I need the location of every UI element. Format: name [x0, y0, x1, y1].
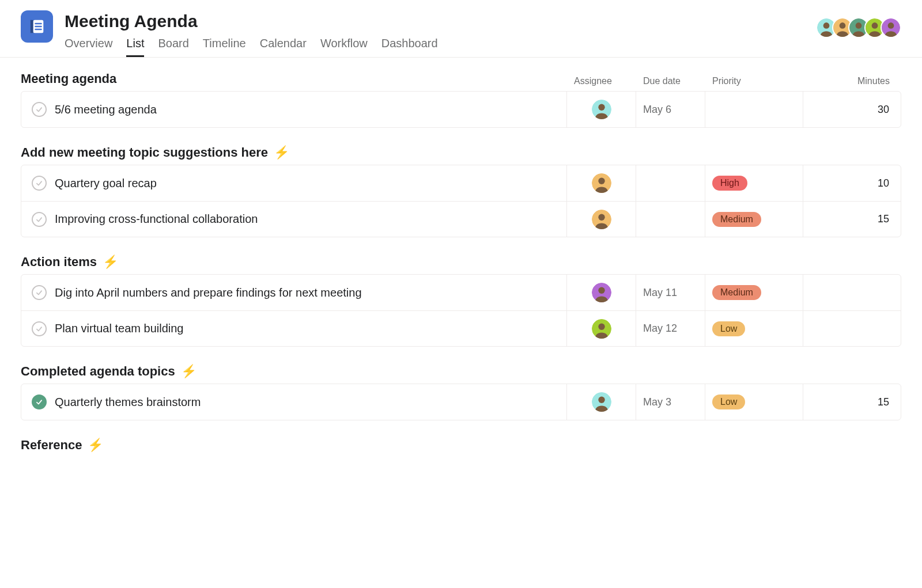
- complete-task-checkbox[interactable]: [32, 285, 47, 300]
- section-title-text: Meeting agenda: [21, 71, 116, 86]
- project-tabs: OverviewListBoardTimelineCalendarWorkflo…: [65, 33, 816, 57]
- tab-overview[interactable]: Overview: [65, 33, 112, 57]
- svg-point-27: [598, 397, 604, 403]
- complete-task-checkbox[interactable]: [32, 102, 47, 117]
- project-icon-list: [21, 10, 53, 43]
- priority-pill: High: [712, 176, 747, 191]
- svg-point-15: [888, 22, 894, 29]
- task-table: Dig into April numbers and prepare findi…: [21, 274, 901, 347]
- task-name[interactable]: Quarterly themes brainstorm: [55, 396, 201, 409]
- task-name[interactable]: Quartery goal recap: [55, 177, 157, 190]
- svg-point-13: [872, 22, 878, 29]
- assignee-cell[interactable]: [566, 311, 636, 346]
- task-name[interactable]: 5/6 meeting agenda: [55, 103, 157, 116]
- tab-timeline[interactable]: Timeline: [203, 33, 246, 57]
- minutes-cell[interactable]: 30: [803, 92, 901, 127]
- svg-point-11: [856, 22, 862, 29]
- collaborator-avatars[interactable]: [816, 17, 901, 38]
- section: Reference⚡: [21, 438, 901, 453]
- tab-list[interactable]: List: [126, 33, 144, 57]
- svg-point-9: [840, 22, 846, 29]
- tab-board[interactable]: Board: [158, 33, 188, 57]
- section: Meeting agendaAssigneeDue datePriorityMi…: [21, 71, 901, 128]
- collaborator-avatar[interactable]: [881, 17, 901, 38]
- assignee-cell[interactable]: [566, 202, 636, 237]
- svg-point-25: [598, 323, 604, 329]
- bolt-icon: ⚡: [274, 146, 289, 159]
- priority-cell[interactable]: [705, 92, 803, 127]
- section-title-text: Action items: [21, 255, 97, 270]
- section-title[interactable]: Action items⚡: [21, 255, 118, 270]
- section-title[interactable]: Add new meeting topic suggestions here⚡: [21, 145, 289, 160]
- assignee-avatar[interactable]: [592, 173, 611, 193]
- col-minutes[interactable]: Minutes: [803, 76, 901, 86]
- due-date-cell[interactable]: May 11: [636, 275, 705, 310]
- task-name[interactable]: Improving cross-functional collaboration: [55, 213, 258, 226]
- task-row[interactable]: 5/6 meeting agenda May 630: [21, 92, 901, 127]
- priority-cell[interactable]: Medium: [705, 275, 803, 310]
- task-row[interactable]: Quartery goal recap High10: [21, 165, 901, 201]
- minutes-cell[interactable]: [803, 275, 901, 310]
- minutes-cell[interactable]: 10: [803, 165, 901, 201]
- assignee-cell[interactable]: [566, 165, 636, 201]
- complete-task-checkbox[interactable]: [32, 212, 47, 227]
- due-date-cell[interactable]: [636, 202, 705, 237]
- task-table: Quartery goal recap High10 Improving cro…: [21, 165, 901, 237]
- section-title[interactable]: Reference⚡: [21, 438, 103, 453]
- assignee-cell[interactable]: [566, 384, 636, 420]
- task-row[interactable]: Plan virtual team building May 12Low: [21, 310, 901, 346]
- task-name[interactable]: Dig into April numbers and prepare findi…: [55, 286, 362, 299]
- minutes-cell[interactable]: [803, 311, 901, 346]
- project-header: Meeting Agenda OverviewListBoardTimeline…: [0, 0, 922, 58]
- minutes-cell[interactable]: 15: [803, 384, 901, 420]
- svg-point-19: [598, 178, 604, 184]
- tab-dashboard[interactable]: Dashboard: [381, 33, 438, 57]
- priority-cell[interactable]: High: [705, 165, 803, 201]
- bolt-icon: ⚡: [103, 256, 118, 268]
- task-row[interactable]: Improving cross-functional collaboration…: [21, 201, 901, 237]
- col-priority[interactable]: Priority: [705, 76, 803, 86]
- task-table: Quarterly themes brainstorm May 3Low15: [21, 384, 901, 420]
- priority-pill: Low: [712, 321, 745, 336]
- priority-pill: Medium: [712, 212, 761, 227]
- complete-task-checkbox[interactable]: [32, 176, 47, 191]
- task-row[interactable]: Dig into April numbers and prepare findi…: [21, 275, 901, 310]
- section-title-text: Completed agenda topics: [21, 364, 175, 379]
- task-name[interactable]: Plan virtual team building: [55, 322, 183, 335]
- bolt-icon: ⚡: [181, 365, 197, 378]
- project-title: Meeting Agenda: [65, 12, 816, 31]
- assignee-avatar[interactable]: [592, 319, 611, 339]
- complete-task-checkbox[interactable]: [32, 321, 47, 336]
- section-title-text: Reference: [21, 438, 82, 453]
- section-title[interactable]: Completed agenda topics⚡: [21, 364, 197, 379]
- assignee-cell[interactable]: [566, 92, 636, 127]
- due-date-cell[interactable]: May 12: [636, 311, 705, 346]
- assignee-avatar[interactable]: [592, 392, 611, 412]
- section: Completed agenda topics⚡ Quarterly theme…: [21, 364, 901, 420]
- priority-cell[interactable]: Low: [705, 311, 803, 346]
- col-assignee[interactable]: Assignee: [567, 76, 636, 86]
- bolt-icon: ⚡: [88, 439, 103, 452]
- due-date-cell[interactable]: [636, 165, 705, 201]
- tab-workflow[interactable]: Workflow: [320, 33, 368, 57]
- assignee-avatar[interactable]: [592, 100, 611, 119]
- svg-rect-1: [31, 20, 33, 33]
- section-title[interactable]: Meeting agenda: [21, 71, 116, 86]
- svg-point-7: [823, 22, 830, 29]
- col-due-date[interactable]: Due date: [636, 76, 705, 86]
- priority-cell[interactable]: Low: [705, 384, 803, 420]
- column-headers: AssigneeDue datePriorityMinutes: [567, 76, 901, 86]
- svg-point-17: [598, 104, 604, 111]
- assignee-avatar[interactable]: [592, 210, 611, 229]
- complete-task-checkbox[interactable]: [32, 394, 47, 409]
- assignee-avatar[interactable]: [592, 283, 611, 302]
- due-date-cell[interactable]: May 3: [636, 384, 705, 420]
- task-row[interactable]: Quarterly themes brainstorm May 3Low15: [21, 384, 901, 420]
- priority-cell[interactable]: Medium: [705, 202, 803, 237]
- minutes-cell[interactable]: 15: [803, 202, 901, 237]
- section: Add new meeting topic suggestions here⚡ …: [21, 145, 901, 237]
- section-title-text: Add new meeting topic suggestions here: [21, 145, 268, 160]
- tab-calendar[interactable]: Calendar: [260, 33, 307, 57]
- assignee-cell[interactable]: [566, 275, 636, 310]
- due-date-cell[interactable]: May 6: [636, 92, 705, 127]
